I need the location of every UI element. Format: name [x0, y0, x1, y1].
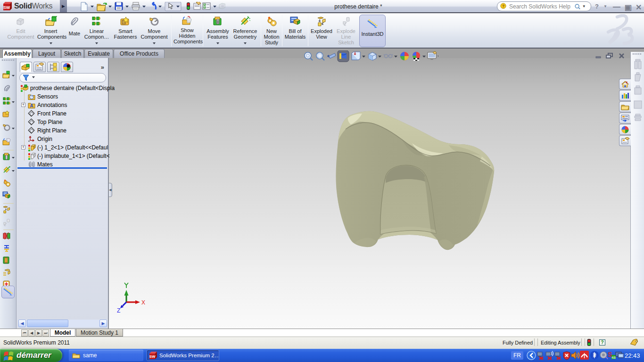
- svg-text:SW: SW: [3, 5, 10, 10]
- svg-text:SW: SW: [149, 354, 156, 359]
- svg-text:X: X: [141, 299, 145, 306]
- svg-text:Z: Z: [117, 307, 120, 313]
- svg-text:?: ?: [502, 4, 504, 8]
- svg-text:A: A: [30, 103, 33, 108]
- svg-text:48: 48: [611, 355, 616, 360]
